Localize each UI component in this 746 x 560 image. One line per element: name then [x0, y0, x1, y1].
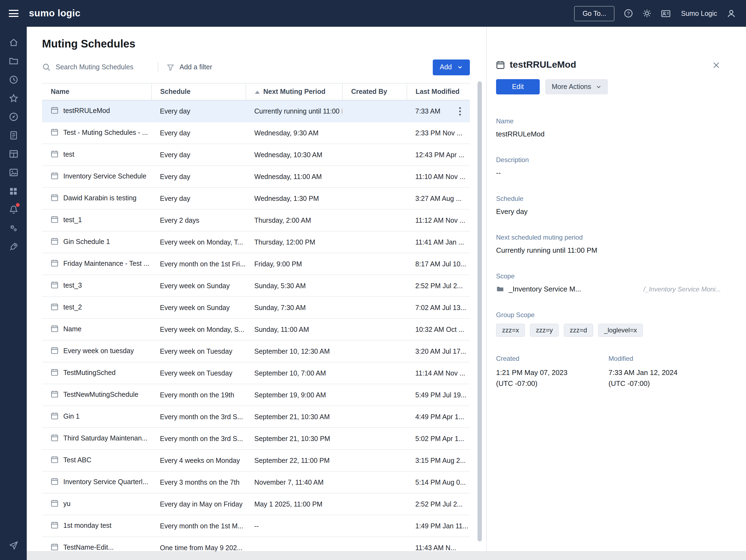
add-filter-button[interactable]: Add a filter [167, 63, 212, 71]
notifications-icon[interactable] [0, 200, 27, 219]
table-row[interactable]: Gin 1 Every month on the 3rd S... Septem… [42, 406, 470, 428]
next-muting-period: Currently running until 11:00 PM [254, 107, 342, 115]
dashboards-icon[interactable] [0, 145, 27, 163]
search-box[interactable] [42, 63, 158, 72]
table-row[interactable]: test_1 Every 2 days Thursday, 2:00 AM 11… [42, 209, 470, 231]
table-row[interactable]: 1st monday test Every month on the 1st M… [42, 515, 470, 537]
close-icon[interactable] [712, 60, 721, 69]
logs-icon[interactable] [0, 126, 27, 145]
schedule-name: test_3 [63, 282, 82, 289]
topbar-actions: Go To... ? Sumo Logic [574, 6, 736, 21]
schedule-name: Test - Muting Schedules - ... [63, 129, 148, 136]
schedule-recurrence: Every day [160, 173, 190, 180]
user-avatar-icon[interactable] [726, 8, 736, 18]
left-nav-rail [0, 27, 27, 560]
more-actions-label: More Actions [552, 83, 591, 91]
search-icon [42, 63, 51, 72]
table-row[interactable]: test Every day Wednesday, 10:30 AM 12:43… [42, 144, 470, 166]
modified-value: 7:33 AM Jan 12, 2024 [608, 367, 721, 378]
detail-field-next-period: Next scheduled muting period Currently r… [496, 233, 721, 254]
schedule-recurrence: Every week on Sunday [160, 282, 230, 289]
schedule-name: test [63, 151, 74, 158]
next-muting-period: Wednesday, 1:30 PM [254, 195, 319, 202]
table-row[interactable]: TestNewMutingSchedule Every month on the… [42, 384, 470, 406]
schedule-value: Every day [496, 207, 721, 216]
table-row[interactable]: Inventory Service Quarterl... Every 3 mo… [42, 471, 470, 493]
admin-icon[interactable] [0, 219, 27, 237]
table-row[interactable]: TestName-Edit... One time from May 9 202… [42, 537, 470, 551]
table-row[interactable]: Every week on tuesday Every week on Tues… [42, 340, 470, 362]
next-muting-period: Sunday, 7:30 AM [254, 304, 306, 311]
table-row[interactable]: test_3 Every week on Sunday Sunday, 5:30… [42, 275, 470, 297]
last-modified: 5:49 PM Jul 19... [415, 391, 467, 399]
column-header-name[interactable]: Name [42, 83, 151, 100]
table-row[interactable]: Inventory Service Schedule Every day Wed… [42, 166, 470, 188]
schedule-recurrence: Every day in May on Friday [160, 500, 242, 508]
compass-icon[interactable] [0, 108, 27, 126]
svg-text:?: ? [627, 11, 630, 17]
created-value: 1:21 PM May 07, 2023 [496, 367, 608, 378]
next-muting-period: May 1 2025, 11:00 PM [254, 500, 322, 508]
next-muting-period: Wednesday, 9:30 AM [254, 129, 318, 137]
scope-path: /_Inventory Service Moni... [643, 285, 721, 293]
schedule-name: Test ABC [63, 456, 91, 464]
next-muting-period: Friday, 9:00 PM [254, 260, 302, 268]
table-row[interactable]: Friday Maintenance - Test ... Every mont… [42, 253, 470, 275]
table-row[interactable]: Test - Muting Schedules - ... Every day … [42, 122, 470, 144]
detail-timestamps: Created 1:21 PM May 07, 2023 (UTC -07:00… [496, 355, 721, 389]
last-modified: 10:32 AM Oct ... [415, 326, 464, 333]
column-header-next-muting-period[interactable]: Next Muting Period [246, 83, 342, 100]
detail-field-modified: Modified 7:33 AM Jan 12, 2024 (UTC -07:0… [608, 355, 721, 389]
detail-field-name: Name testRRULeMod [496, 117, 721, 138]
schedule-recurrence: Every 3 months on the 7th [160, 478, 239, 486]
table-row[interactable]: yu Every day in May on Friday May 1 2025… [42, 493, 470, 515]
group-scope-chip: zzz=x [496, 324, 525, 337]
muting-schedules-table: Name Schedule Next Muting Period Created… [42, 83, 470, 551]
media-icon[interactable] [0, 163, 27, 182]
history-icon[interactable] [0, 71, 27, 89]
help-icon[interactable]: ? [624, 9, 633, 18]
scope-row: _Inventory Service M... /_Inventory Serv… [496, 285, 721, 293]
last-modified: 11:10 AM Nov ... [415, 173, 465, 180]
table-row[interactable]: Third Saturday Maintenan... Every month … [42, 428, 470, 449]
rocket-icon[interactable] [0, 237, 27, 256]
next-muting-period: September 10, 7:00 AM [254, 369, 326, 377]
calendar-icon [496, 61, 505, 69]
settings-gear-icon[interactable] [642, 9, 652, 18]
table-row[interactable]: Name Every week on Monday, S... Sunday, … [42, 318, 470, 340]
folder-icon [496, 285, 504, 293]
column-header-created-by[interactable]: Created By [342, 83, 407, 100]
send-icon[interactable] [0, 536, 27, 555]
table-row[interactable]: Dawid Karabin is testing Every day Wedne… [42, 188, 470, 209]
home-icon[interactable] [0, 33, 27, 52]
contact-card-icon[interactable] [661, 8, 671, 18]
schedule-name: Friday Maintenance - Test ... [63, 260, 149, 268]
scope-folder-link[interactable]: _Inventory Service M... [496, 285, 581, 293]
search-input[interactable] [56, 63, 147, 71]
hamburger-icon[interactable] [0, 0, 27, 27]
folder-icon[interactable] [0, 52, 27, 71]
calendar-icon [51, 194, 58, 203]
table-row[interactable]: Gin Schedule 1 Every week on Monday, T..… [42, 231, 470, 253]
schedule-recurrence: Every week on Monday, S... [160, 326, 244, 333]
column-header-schedule[interactable]: Schedule [151, 83, 246, 100]
table-row[interactable]: Test ABC Every 4 weeks on Monday Septemb… [42, 449, 470, 471]
column-header-last-modified[interactable]: Last Modified [407, 83, 470, 100]
calendar-icon [51, 128, 58, 138]
vertical-scrollbar-thumb[interactable] [478, 81, 482, 541]
table-row[interactable]: testRRULeMod Every day Currently running… [42, 100, 470, 122]
table-row[interactable]: test_2 Every week on Sunday Sunday, 7:30… [42, 297, 470, 318]
schedule-name: test_2 [63, 304, 82, 311]
edit-button[interactable]: Edit [496, 79, 540, 94]
horizontal-scrollbar[interactable] [27, 551, 746, 560]
schedule-recurrence: Every day [160, 129, 190, 137]
more-actions-button[interactable]: More Actions [545, 79, 608, 94]
apps-icon[interactable] [0, 182, 27, 200]
row-menu-button[interactable] [459, 107, 461, 117]
star-icon[interactable] [0, 89, 27, 108]
go-to-button[interactable]: Go To... [574, 6, 614, 21]
vertical-scrollbar[interactable] [473, 27, 486, 551]
calendar-icon [51, 216, 58, 225]
table-row[interactable]: TestMutingSched Every week on Tuesday Se… [42, 362, 470, 384]
add-button[interactable]: Add [433, 59, 470, 75]
